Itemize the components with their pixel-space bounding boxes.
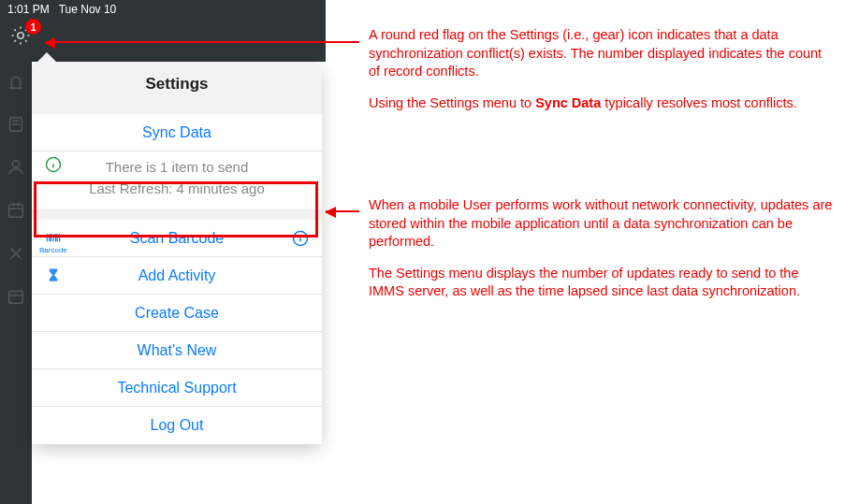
nav-icon-3[interactable]: [6, 157, 26, 178]
annotation-arrow-2: [326, 210, 359, 212]
actions-section: Barcode Scan Barcode Add Activity Create…: [32, 220, 322, 444]
popover-caret: [37, 52, 56, 62]
status-bar: 1:01 PM Tue Nov 10: [0, 0, 326, 19]
nav-icon-6[interactable]: [6, 286, 26, 307]
annotation-box: [34, 181, 318, 238]
technical-support-row[interactable]: Technical Support: [32, 369, 322, 407]
svg-point-0: [18, 33, 23, 38]
technical-support-label: Technical Support: [117, 380, 236, 396]
nav-icon-1[interactable]: [6, 71, 26, 92]
annotation-text-4: The Settings menu displays the number of…: [369, 265, 837, 301]
whats-new-row[interactable]: What's New: [32, 332, 322, 369]
popover-title: Settings: [32, 62, 322, 107]
sync-pending-text: There is 1 item to send: [32, 157, 322, 179]
add-activity-row[interactable]: Add Activity: [32, 257, 322, 295]
info-icon: [43, 154, 64, 175]
svg-point-2: [12, 161, 19, 167]
annotation-text-2: Using the Settings menu to Sync Data typ…: [369, 94, 837, 113]
whats-new-label: What's New: [138, 342, 217, 359]
annotation-text-3: When a mobile User performs work without…: [369, 196, 837, 252]
conflict-badge: 1: [25, 19, 41, 35]
log-out-row[interactable]: Log Out: [32, 407, 322, 444]
nav-icon-4[interactable]: [6, 200, 26, 221]
sync-data-label: Sync Data: [142, 124, 211, 141]
side-rail: [0, 62, 32, 504]
sync-data-row[interactable]: Sync Data: [32, 114, 322, 151]
annotation-text-1: A round red flag on the Settings (i.e., …: [369, 26, 837, 81]
add-activity-label: Add Activity: [138, 267, 216, 284]
settings-button[interactable]: 1: [9, 24, 36, 50]
svg-rect-4: [9, 292, 23, 304]
nav-icon-2[interactable]: [6, 114, 26, 135]
svg-rect-3: [9, 205, 23, 218]
log-out-label: Log Out: [151, 417, 204, 434]
annotation-text-middle: When a mobile User performs work without…: [369, 196, 837, 314]
statusbar-date: Tue Nov 10: [59, 3, 117, 16]
device-frame: 1:01 PM Tue Nov 10 1 Settings Sync Data: [0, 0, 326, 504]
statusbar-time: 1:01 PM: [7, 3, 50, 16]
create-case-label: Create Case: [135, 305, 219, 322]
settings-popover: Settings Sync Data There is 1 item to se…: [32, 62, 322, 444]
barcode-small-label: Barcode: [39, 246, 67, 254]
annotation-text-top: A round red flag on the Settings (i.e., …: [369, 26, 837, 125]
create-case-row[interactable]: Create Case: [32, 295, 322, 332]
nav-icon-5[interactable]: [6, 243, 26, 264]
annotation-arrow-1: [45, 41, 359, 43]
hourglass-icon: [43, 266, 64, 286]
